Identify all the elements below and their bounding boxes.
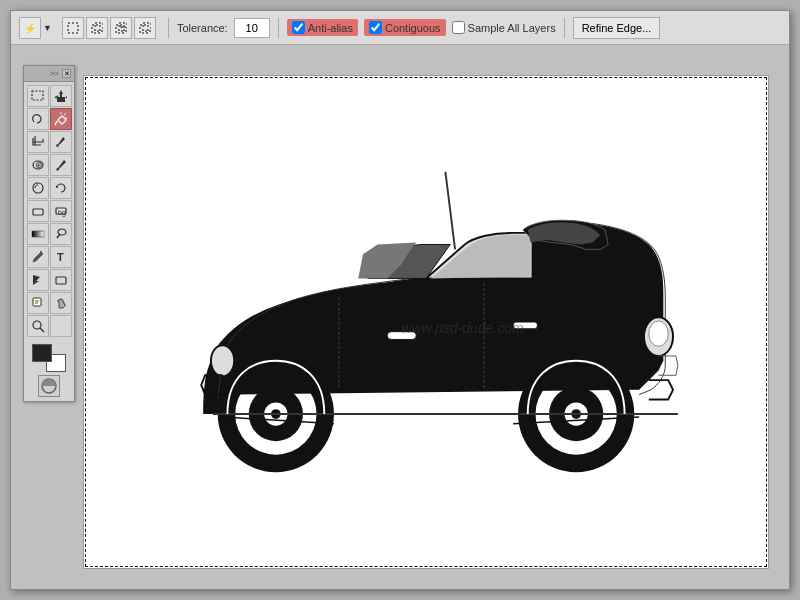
fg-color-swatch[interactable] [32,344,52,362]
color-swatches [24,340,74,401]
sample-all-layers-checkbox[interactable] [452,21,465,34]
tool-dropdown-arrow[interactable]: ▼ [43,23,52,33]
app-window: ⚡ ▼ [10,10,790,590]
new-selection-btn[interactable] [62,17,84,39]
svg-text:bg: bg [58,209,66,217]
tool-path-select[interactable] [27,269,49,291]
svg-point-27 [40,251,42,253]
svg-point-41 [649,321,668,346]
toolbox-header-label: >> [50,69,59,78]
tool-placeholder [50,315,72,337]
tool-eyedropper[interactable] [50,131,72,153]
svg-rect-31 [33,298,41,306]
toolbox-panel: >> ✕ ↖ [23,65,75,402]
anti-alias-checkbox[interactable] [292,21,305,34]
svg-rect-38 [387,332,416,340]
tolerance-input[interactable] [234,18,270,38]
svg-line-37 [445,172,455,250]
svg-point-17 [56,144,59,147]
car-svg [141,167,711,477]
svg-rect-15 [58,116,66,124]
tolerance-label: Tolerance: [177,22,228,34]
svg-rect-9 [32,91,43,100]
tool-eraser[interactable] [27,200,49,222]
main-canvas[interactable]: www.psd-dude.com [83,75,769,569]
tool-clone[interactable] [27,177,49,199]
tool-pen[interactable] [27,246,49,268]
car-image-container [104,96,748,548]
sep2 [278,18,279,38]
tool-move[interactable]: ↖ [50,85,72,107]
tool-gradient[interactable] [27,223,49,245]
tool-heal[interactable]: ⊕ [27,154,49,176]
tool-type[interactable]: T [50,246,72,268]
svg-marker-29 [33,275,40,285]
svg-text:T: T [57,251,64,263]
refine-edge-button[interactable]: Refine Edge... [573,17,661,39]
tool-crop[interactable] [27,131,49,153]
intersect-selection-btn[interactable] [134,17,156,39]
tool-history-brush[interactable] [50,177,72,199]
fg-bg-color-swatch[interactable] [32,344,66,372]
anti-alias-label: Anti-alias [308,22,353,34]
tool-marquee[interactable] [27,85,49,107]
options-bar: ⚡ ▼ [11,11,789,45]
svg-line-35 [40,328,44,332]
svg-rect-3 [95,23,103,31]
toolbox-tools-grid: ↖ [24,82,74,340]
quick-mask-button[interactable] [38,375,60,397]
sep1 [168,18,169,38]
selection-mode-group [62,17,156,39]
svg-rect-30 [56,277,66,284]
svg-point-42 [211,345,234,376]
toolbox-header: >> ✕ [24,66,74,82]
contiguous-group: Contiguous [364,19,446,36]
svg-rect-4 [116,25,124,33]
tool-zoom[interactable] [27,315,49,337]
svg-rect-1 [68,23,78,33]
tool-brush[interactable] [50,154,72,176]
tool-lasso[interactable] [27,108,49,130]
svg-point-34 [33,321,41,329]
svg-rect-7 [140,25,148,33]
svg-rect-24 [32,231,44,237]
svg-line-16 [55,121,57,125]
toolbox-close-btn[interactable]: ✕ [62,69,71,78]
svg-text:↖: ↖ [55,93,63,103]
tool-hand[interactable] [50,292,72,314]
sample-all-layers-label: Sample All Layers [468,22,556,34]
svg-rect-2 [92,25,100,33]
tool-magic-wand[interactable] [50,108,72,130]
canvas-area: >> ✕ ↖ [11,45,789,589]
anti-alias-group: Anti-alias [287,19,358,36]
svg-text:⚡: ⚡ [24,22,37,35]
tool-notes[interactable] [27,292,49,314]
sample-all-layers-group: Sample All Layers [452,21,556,34]
add-selection-btn[interactable] [86,17,108,39]
contiguous-checkbox[interactable] [369,21,382,34]
svg-rect-39 [513,322,537,329]
svg-line-26 [57,234,60,238]
tool-bg-eraser[interactable]: bg [50,200,72,222]
contiguous-label: Contiguous [385,22,441,34]
svg-point-20 [56,168,58,170]
tool-shape[interactable] [50,269,72,291]
svg-line-13 [64,114,66,116]
svg-text:⊕: ⊕ [35,160,43,170]
tool-selection-group: ⚡ ▼ [19,17,52,39]
svg-rect-21 [33,209,43,215]
svg-rect-8 [143,23,151,31]
subtract-selection-btn[interactable] [110,17,132,39]
sep3 [564,18,565,38]
tool-dodge[interactable] [50,223,72,245]
magic-wand-tool-btn[interactable]: ⚡ [19,17,41,39]
